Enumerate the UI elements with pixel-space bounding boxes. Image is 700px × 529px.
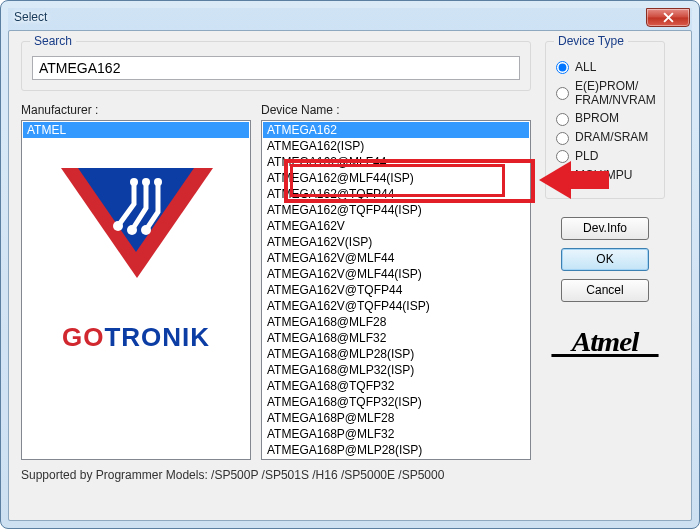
- device-item[interactable]: ATMEGA168@MLF32: [263, 330, 529, 346]
- radio-input[interactable]: [556, 150, 569, 163]
- device-type-label: MCU/MPU: [575, 169, 632, 183]
- search-input[interactable]: [32, 56, 520, 80]
- device-type-option[interactable]: E(E)PROM/FRAM/NVRAM: [556, 80, 654, 108]
- device-type-legend: Device Type: [554, 34, 628, 48]
- logo-text-go: GO: [62, 322, 104, 352]
- device-item[interactable]: ATMEGA168@TQFP32(ISP): [263, 394, 529, 410]
- device-item[interactable]: ATMEGA162(ISP): [263, 138, 529, 154]
- device-item[interactable]: ATMEGA162: [263, 122, 529, 138]
- device-item[interactable]: ATMEGA168P@MLF32: [263, 426, 529, 442]
- device-listbox[interactable]: ATMEGA162ATMEGA162(ISP)ATMEGA162@MLF44AT…: [261, 120, 531, 460]
- svg-point-5: [154, 178, 162, 186]
- manufacturer-label: Manufacturer :: [21, 103, 251, 117]
- device-item[interactable]: ATMEGA162V(ISP): [263, 234, 529, 250]
- device-type-label: BPROM: [575, 112, 619, 126]
- device-type-label: PLD: [575, 150, 598, 164]
- device-item[interactable]: ATMEGA162V: [263, 218, 529, 234]
- device-item[interactable]: ATMEGA162@TQFP44(ISP): [263, 202, 529, 218]
- device-item[interactable]: ATMEGA162@MLF44(ISP): [263, 170, 529, 186]
- device-label: Device Name :: [261, 103, 531, 117]
- svg-point-4: [142, 178, 150, 186]
- device-item[interactable]: ATMEGA168@MLP28(ISP): [263, 346, 529, 362]
- client-area: Search Manufacturer : ATMEL: [8, 30, 692, 521]
- radio-input[interactable]: [556, 113, 569, 126]
- dev-info-button[interactable]: Dev.Info: [561, 217, 649, 240]
- manufacturer-listbox[interactable]: ATMEL: [21, 120, 251, 460]
- logo-text-tronik: TRONIK: [104, 322, 210, 352]
- gotronik-logo: GOTRONIK: [23, 148, 249, 353]
- radio-input[interactable]: [556, 87, 569, 100]
- search-legend: Search: [30, 34, 76, 48]
- button-stack: Dev.Info OK Cancel: [545, 213, 665, 306]
- window-chrome: Select Search Manufacturer : ATMEL: [0, 0, 700, 529]
- device-type-option[interactable]: ALL: [556, 61, 654, 75]
- search-group: Search: [21, 41, 531, 91]
- device-item[interactable]: ATMEGA162V@TQFP44(ISP): [263, 298, 529, 314]
- footer-text: Supported by Programmer Models: /SP500P …: [21, 468, 531, 482]
- device-type-label: DRAM/SRAM: [575, 131, 648, 145]
- vendor-logo: Atmel: [542, 326, 668, 357]
- device-item[interactable]: ATMEGA168@MLF28: [263, 314, 529, 330]
- device-item[interactable]: ATMEGA162V@TQFP44: [263, 282, 529, 298]
- device-item[interactable]: ATMEGA168P@MLF28: [263, 410, 529, 426]
- svg-point-2: [141, 225, 151, 235]
- device-item[interactable]: ATMEGA162@TQFP44: [263, 186, 529, 202]
- device-type-label: ALL: [575, 61, 596, 75]
- circuit-icon: [88, 176, 184, 248]
- radio-input[interactable]: [556, 169, 569, 182]
- device-type-option[interactable]: MCU/MPU: [556, 169, 654, 183]
- radio-input[interactable]: [556, 132, 569, 145]
- device-type-label: E(E)PROM/FRAM/NVRAM: [575, 80, 656, 108]
- window-title: Select: [14, 10, 47, 24]
- vendor-logo-text: Atmel: [572, 326, 639, 357]
- manufacturer-item[interactable]: ATMEL: [23, 122, 249, 138]
- device-column: Device Name : ATMEGA162ATMEGA162(ISP)ATM…: [261, 103, 531, 460]
- device-type-option[interactable]: DRAM/SRAM: [556, 131, 654, 145]
- device-type-option[interactable]: BPROM: [556, 112, 654, 126]
- device-item[interactable]: ATMEGA162@MLF44: [263, 154, 529, 170]
- manufacturer-column: Manufacturer : ATMEL: [21, 103, 251, 460]
- device-type-group: Device Type ALLE(E)PROM/FRAM/NVRAMBPROMD…: [545, 41, 665, 199]
- right-column: Device Type ALLE(E)PROM/FRAM/NVRAMBPROMD…: [545, 41, 665, 482]
- device-item[interactable]: ATMEGA168P@MLP28(ISP): [263, 442, 529, 458]
- ok-button[interactable]: OK: [561, 248, 649, 271]
- device-item[interactable]: ATMEGA168@TQFP32: [263, 378, 529, 394]
- close-icon: [663, 12, 674, 23]
- device-item[interactable]: ATMEGA168@MLP32(ISP): [263, 362, 529, 378]
- titlebar: Select: [8, 8, 692, 30]
- device-type-option[interactable]: PLD: [556, 150, 654, 164]
- left-column: Search Manufacturer : ATMEL: [21, 41, 531, 482]
- close-button[interactable]: [646, 8, 690, 27]
- device-item[interactable]: ATMEGA162V@MLF44: [263, 250, 529, 266]
- svg-point-3: [130, 178, 138, 186]
- cancel-button[interactable]: Cancel: [561, 279, 649, 302]
- svg-point-1: [127, 225, 137, 235]
- svg-point-0: [113, 221, 123, 231]
- radio-input[interactable]: [556, 61, 569, 74]
- device-item[interactable]: ATMEGA162V@MLF44(ISP): [263, 266, 529, 282]
